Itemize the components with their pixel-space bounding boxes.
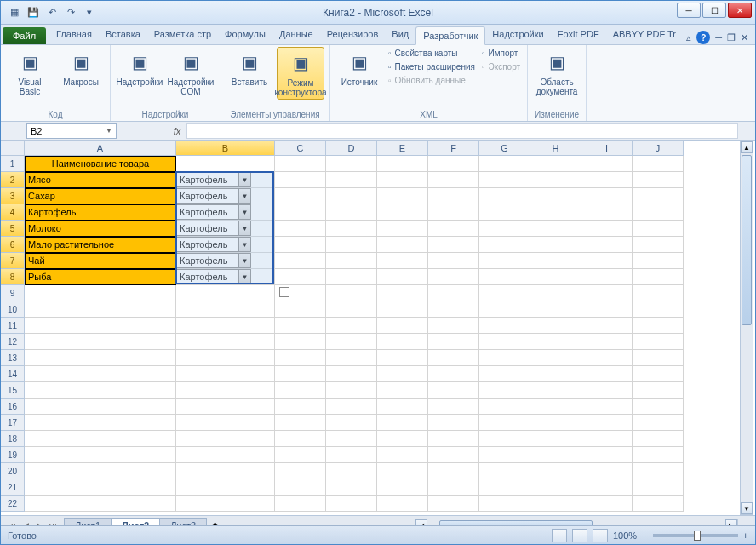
cell[interactable] (326, 318, 377, 334)
cell[interactable] (530, 431, 581, 447)
cell[interactable] (633, 366, 684, 382)
cell[interactable] (326, 221, 377, 237)
cell[interactable] (633, 237, 684, 253)
cell[interactable] (275, 188, 326, 204)
combobox-control[interactable]: Картофель▼ (176, 253, 251, 268)
cell[interactable] (530, 172, 581, 188)
cell[interactable] (25, 447, 176, 463)
close-button[interactable]: ✕ (728, 3, 752, 18)
cell[interactable] (581, 318, 633, 334)
map-props-button[interactable]: ▫Свойства карты (387, 47, 477, 60)
qat-dropdown-icon[interactable]: ▾ (81, 4, 98, 21)
cell[interactable] (377, 204, 428, 221)
formula-input[interactable] (186, 123, 738, 139)
cell[interactable] (275, 382, 326, 399)
row-header[interactable]: 9 (1, 285, 25, 301)
cell[interactable] (377, 415, 428, 431)
cell[interactable] (530, 350, 581, 366)
cell[interactable] (176, 463, 275, 479)
ribbon-tab-8[interactable]: Надстройки (485, 26, 550, 44)
vertical-scrollbar[interactable]: ▲ ▼ (740, 141, 753, 515)
zoom-slider[interactable] (653, 534, 738, 537)
com-addins-button[interactable]: ▣Надстройки COM (167, 47, 215, 98)
cell[interactable] (479, 463, 530, 479)
cell[interactable] (176, 382, 275, 399)
cell[interactable] (377, 301, 428, 318)
zoom-in-button[interactable]: + (743, 531, 748, 541)
cell[interactable] (479, 221, 530, 237)
expansion-button[interactable]: ▫Пакеты расширения (387, 60, 477, 73)
ribbon-tab-4[interactable]: Данные (272, 26, 320, 44)
cell[interactable] (275, 237, 326, 253)
cell[interactable] (428, 269, 479, 285)
cell[interactable] (581, 334, 633, 350)
minimize-button[interactable]: ─ (677, 3, 701, 18)
cell[interactable] (326, 447, 377, 463)
doc-restore-icon[interactable]: ❐ (727, 32, 736, 43)
cell[interactable] (633, 334, 684, 350)
cell[interactable] (581, 431, 633, 447)
cell[interactable] (377, 399, 428, 415)
select-all-corner[interactable] (1, 141, 25, 156)
cell[interactable] (275, 431, 326, 447)
cell[interactable] (479, 237, 530, 253)
row-header[interactable]: 10 (1, 301, 25, 318)
combobox-arrow-icon[interactable]: ▼ (238, 205, 250, 219)
cell[interactable] (326, 237, 377, 253)
cell[interactable] (377, 318, 428, 334)
cell[interactable] (633, 285, 684, 301)
cell[interactable] (581, 204, 633, 221)
cell[interactable] (326, 431, 377, 447)
cell[interactable] (428, 431, 479, 447)
cell[interactable] (25, 496, 176, 512)
cell[interactable] (275, 415, 326, 431)
cell[interactable] (377, 237, 428, 253)
cell[interactable] (530, 253, 581, 269)
worksheet-grid[interactable]: ABCDEFGHIJ 12345678910111213141516171819… (1, 141, 755, 515)
cell[interactable] (176, 366, 275, 382)
insert-button[interactable]: ▣Вставить (226, 47, 273, 89)
cell[interactable] (633, 188, 684, 204)
cell[interactable] (530, 221, 581, 237)
data-cell[interactable]: Мало растительное (25, 237, 176, 253)
cell[interactable] (428, 496, 479, 512)
cell[interactable] (275, 269, 326, 285)
cell[interactable] (377, 188, 428, 204)
cell[interactable] (581, 447, 633, 463)
cell[interactable] (176, 447, 275, 463)
vscroll-thumb[interactable] (742, 155, 752, 325)
row-header[interactable]: 19 (1, 447, 25, 463)
cell[interactable] (633, 318, 684, 334)
cell[interactable] (176, 479, 275, 496)
combobox-control[interactable]: Картофель▼ (176, 188, 251, 204)
cell[interactable] (479, 334, 530, 350)
row-header[interactable]: 7 (1, 253, 25, 269)
combobox-arrow-icon[interactable]: ▼ (238, 173, 250, 186)
cell[interactable] (581, 496, 633, 512)
combobox-control[interactable]: Картофель▼ (176, 269, 251, 284)
ribbon-tab-1[interactable]: Вставка (99, 26, 147, 44)
cell[interactable] (428, 156, 479, 172)
normal-view-button[interactable] (552, 529, 567, 542)
design-mode-button[interactable]: ▣Режим конструктора (277, 47, 324, 100)
column-header[interactable]: J (633, 141, 684, 156)
cell[interactable] (25, 479, 176, 496)
file-tab[interactable]: Файл (3, 27, 46, 44)
cell[interactable] (25, 399, 176, 415)
cell[interactable] (479, 496, 530, 512)
cell[interactable] (25, 382, 176, 399)
cell[interactable] (633, 447, 684, 463)
cell[interactable] (428, 382, 479, 399)
cell[interactable] (377, 382, 428, 399)
page-break-view-button[interactable] (593, 529, 608, 542)
cell[interactable] (479, 415, 530, 431)
scroll-down-button[interactable]: ▼ (741, 502, 753, 514)
cell[interactable] (377, 285, 428, 301)
cell[interactable] (530, 269, 581, 285)
cell[interactable] (530, 188, 581, 204)
cell[interactable] (581, 237, 633, 253)
cell[interactable] (326, 399, 377, 415)
cell[interactable] (428, 253, 479, 269)
macros-button[interactable]: ▣Макросы (57, 47, 105, 89)
ribbon-tab-9[interactable]: Foxit PDF (551, 26, 606, 44)
